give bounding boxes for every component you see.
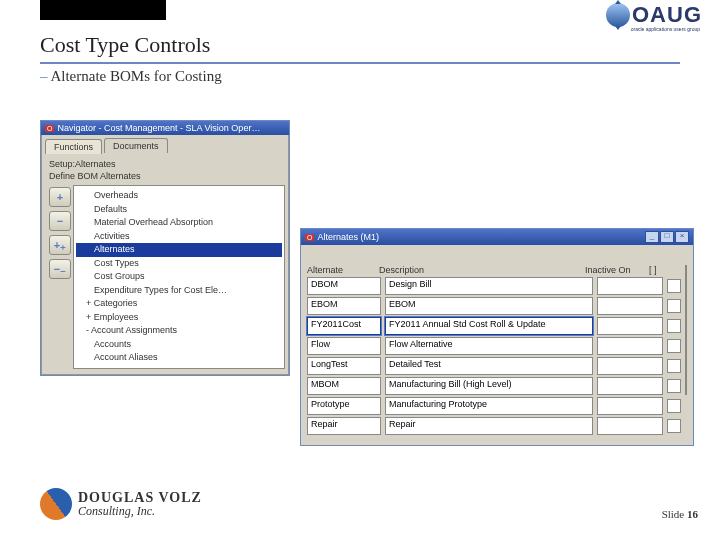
cell-inactive[interactable] (597, 337, 663, 355)
table-row[interactable]: EBOMEBOM (307, 297, 681, 315)
table-row[interactable]: FlowFlow Alternative (307, 337, 681, 355)
nav-item[interactable]: + Categories (76, 297, 282, 311)
subtitle-text: Alternate BOMs for Costing (50, 68, 221, 84)
cell-description[interactable]: Manufacturing Prototype (385, 397, 593, 415)
nav-item[interactable]: Activities (76, 230, 282, 244)
nav-item[interactable]: Cost Types (76, 257, 282, 271)
minimize-icon[interactable]: _ (645, 231, 659, 243)
navigator-breadcrumb: Setup:Alternates Define BOM Alternates (41, 153, 289, 183)
nav-item[interactable]: Account Aliases (76, 351, 282, 365)
row-checkbox[interactable] (667, 379, 681, 393)
maximize-icon[interactable]: □ (660, 231, 674, 243)
cell-inactive[interactable] (597, 397, 663, 415)
row-checkbox[interactable] (667, 419, 681, 433)
oaug-logo: OAUG oracle applications users group (606, 2, 702, 28)
cell-inactive[interactable] (597, 277, 663, 295)
cell-alternate[interactable]: DBOM (307, 277, 381, 295)
expand-button[interactable]: + (49, 187, 71, 207)
cell-alternate[interactable]: Repair (307, 417, 381, 435)
dv-logo-text: DOUGLAS VOLZ Consulting, Inc. (78, 491, 202, 517)
table-row[interactable]: RepairRepair (307, 417, 681, 435)
row-checkbox[interactable] (667, 299, 681, 313)
slide-number: Slide 16 (662, 508, 698, 520)
expand-all-button[interactable]: +₊ (49, 235, 71, 255)
navigator-window: O Navigator - Cost Management - SLA Visi… (40, 120, 290, 376)
table-row[interactable]: LongTestDetailed Test (307, 357, 681, 375)
alternates-titlebar[interactable]: O Alternates (M1) _ □ × (301, 229, 693, 245)
page-subtitle: – Alternate BOMs for Costing (40, 68, 222, 85)
row-checkbox[interactable] (667, 359, 681, 373)
scrollbar[interactable] (685, 265, 687, 395)
navigator-tree[interactable]: OverheadsDefaultsMaterial Overhead Absor… (73, 185, 285, 369)
dv-line2: Consulting, Inc. (78, 505, 202, 517)
cell-inactive[interactable] (597, 357, 663, 375)
title-black-bar (40, 0, 166, 20)
cell-alternate[interactable]: EBOM (307, 297, 381, 315)
page-title: Cost Type Controls (40, 32, 210, 58)
slide-label: Slide (662, 508, 685, 520)
breadcrumb-line1: Setup:Alternates (49, 159, 281, 169)
row-checkbox[interactable] (667, 399, 681, 413)
oaug-tagline: oracle applications users group (631, 26, 700, 32)
oaug-circle-icon (606, 3, 630, 27)
nav-item[interactable]: + Employees (76, 311, 282, 325)
collapse-button[interactable]: − (49, 211, 71, 231)
nav-item[interactable]: Expenditure Types for Cost Ele… (76, 284, 282, 298)
table-row[interactable]: DBOMDesign Bill (307, 277, 681, 295)
cell-description[interactable]: Design Bill (385, 277, 593, 295)
douglas-volz-logo: DOUGLAS VOLZ Consulting, Inc. (40, 488, 202, 520)
table-row[interactable]: MBOMManufacturing Bill (High Level) (307, 377, 681, 395)
cell-description[interactable]: Repair (385, 417, 593, 435)
window-controls: _ □ × (645, 231, 689, 243)
oracle-badge-icon: O (45, 125, 54, 132)
oracle-badge-icon: O (305, 234, 314, 241)
cell-description[interactable]: Detailed Test (385, 357, 593, 375)
dash-icon: – (40, 68, 50, 84)
alternates-window: O Alternates (M1) _ □ × Alternate Descri… (300, 228, 694, 446)
breadcrumb-line2: Define BOM Alternates (49, 171, 281, 181)
collapse-all-button[interactable]: −₋ (49, 259, 71, 279)
row-checkbox[interactable] (667, 319, 681, 333)
tab-documents[interactable]: Documents (104, 138, 168, 153)
navigator-side-buttons: + − +₊ −₋ (45, 185, 73, 369)
table-row[interactable]: PrototypeManufacturing Prototype (307, 397, 681, 415)
nav-item[interactable]: Material Overhead Absorption (76, 216, 282, 230)
title-underline (40, 62, 680, 64)
dv-mark-icon (40, 488, 72, 520)
col-flag: [ ] (649, 265, 667, 275)
row-checkbox[interactable] (667, 339, 681, 353)
cell-alternate[interactable]: MBOM (307, 377, 381, 395)
nav-item[interactable]: Accounts (76, 338, 282, 352)
nav-item[interactable]: Cost Groups (76, 270, 282, 284)
nav-item[interactable]: Alternates (76, 243, 282, 257)
navigator-title: Navigator - Cost Management - SLA Vision… (57, 123, 260, 133)
slide-num-value: 16 (687, 508, 698, 520)
nav-item[interactable]: Defaults (76, 203, 282, 217)
nav-item[interactable]: - Account Assignments (76, 324, 282, 338)
alternates-rows: DBOMDesign BillEBOMEBOMFY2011CostFY2011 … (307, 277, 681, 435)
cell-description[interactable]: FY2011 Annual Std Cost Roll & Update (385, 317, 593, 335)
oaug-text: OAUG (632, 2, 702, 28)
cell-alternate[interactable]: LongTest (307, 357, 381, 375)
cell-alternate[interactable]: Flow (307, 337, 381, 355)
tab-functions[interactable]: Functions (45, 139, 102, 154)
dv-line1: DOUGLAS VOLZ (78, 491, 202, 505)
cell-description[interactable]: Manufacturing Bill (High Level) (385, 377, 593, 395)
navigator-tabs: Functions Documents (41, 135, 289, 153)
navigator-titlebar[interactable]: O Navigator - Cost Management - SLA Visi… (41, 121, 289, 135)
col-inactive: Inactive On (585, 265, 649, 275)
cell-alternate[interactable]: Prototype (307, 397, 381, 415)
close-icon[interactable]: × (675, 231, 689, 243)
cell-inactive[interactable] (597, 417, 663, 435)
table-row[interactable]: FY2011CostFY2011 Annual Std Cost Roll & … (307, 317, 681, 335)
cell-description[interactable]: Flow Alternative (385, 337, 593, 355)
cell-description[interactable]: EBOM (385, 297, 593, 315)
alternates-column-headers: Alternate Description Inactive On [ ] (307, 265, 681, 275)
cell-inactive[interactable] (597, 317, 663, 335)
cell-alternate[interactable]: FY2011Cost (307, 317, 381, 335)
cell-inactive[interactable] (597, 297, 663, 315)
nav-item[interactable]: Overheads (76, 189, 282, 203)
cell-inactive[interactable] (597, 377, 663, 395)
alternates-title: Alternates (M1) (317, 232, 379, 242)
row-checkbox[interactable] (667, 279, 681, 293)
